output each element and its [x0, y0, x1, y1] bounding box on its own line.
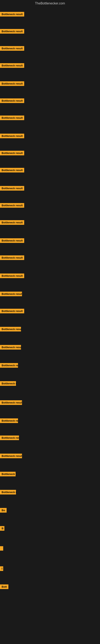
- bottleneck-badge: Bottleneck result: [0, 490, 16, 494]
- bottleneck-badge: Bottleneck result: [0, 381, 16, 386]
- bottleneck-item: Bottleneck result: [0, 327, 21, 332]
- bottleneck-badge: Bottleneck result: [0, 309, 24, 313]
- bottleneck-badge: Bottleneck result: [0, 418, 18, 423]
- bottleneck-item: Bottleneck result: [0, 274, 24, 279]
- bottleneck-badge: Bottleneck result: [0, 168, 24, 172]
- bottleneck-item: Bottleneck result: [0, 29, 24, 34]
- bottleneck-badge: Bottleneck result: [0, 46, 24, 51]
- bottleneck-item: Bottleneck result: [0, 238, 24, 244]
- bottleneck-badge: Bottleneck result: [0, 134, 24, 138]
- bottleneck-item: Bottleneck result: [0, 98, 24, 104]
- bottleneck-badge: I: [0, 566, 3, 571]
- bottleneck-item: Bottleneck result: [0, 345, 21, 350]
- bottleneck-badge: Bottleneck result: [0, 29, 24, 34]
- bottleneck-item: Bottleneck result: [0, 63, 24, 69]
- bottleneck-item: Bottleneck result: [0, 134, 24, 139]
- bottleneck-item: Bott: [0, 584, 8, 590]
- bottleneck-item: Bottleneck result: [0, 363, 18, 368]
- bottleneck-item: Bottleneck result: [0, 292, 22, 297]
- bottleneck-badge: Bottleneck result: [0, 345, 21, 350]
- bottleneck-item: Bottleneck result: [0, 186, 24, 192]
- bottleneck-badge: Bottleneck result: [0, 274, 24, 278]
- bottleneck-item: Bottleneck result: [0, 203, 24, 208]
- bottleneck-item: Bottleneck result: [0, 12, 24, 17]
- bottleneck-badge: Bottleneck result: [0, 363, 18, 368]
- bottleneck-badge: Bottleneck result: [0, 116, 24, 120]
- bottleneck-badge: [0, 546, 3, 550]
- site-title: TheBottlenecker.com: [0, 0, 100, 7]
- bottleneck-badge: Bottleneck result: [0, 256, 24, 260]
- bottleneck-item: Bottleneck result: [0, 81, 24, 87]
- bottleneck-item: Bottleneck result: [0, 454, 22, 459]
- bottleneck-badge: Bottleneck result: [0, 186, 24, 190]
- bottleneck-badge: Bottleneck result: [0, 436, 19, 440]
- bottleneck-badge: Bottleneck result: [0, 98, 24, 103]
- bottleneck-badge: Bottleneck result: [0, 454, 22, 458]
- bottleneck-item: Bottleneck result: [0, 400, 22, 406]
- bottleneck-badge: Bottleneck result: [0, 472, 16, 476]
- bottleneck-badge: Bottleneck result: [0, 220, 24, 225]
- bottleneck-badge: Bottleneck result: [0, 63, 24, 68]
- bottleneck-badge: Bottleneck result: [0, 400, 22, 405]
- bottleneck-badge: Bottleneck result: [0, 292, 22, 296]
- bottleneck-item: Bottleneck result: [0, 256, 24, 261]
- bottleneck-badge: Bo: [0, 508, 7, 512]
- bottleneck-badge: Bottleneck result: [0, 12, 24, 16]
- bottleneck-item: Bottleneck result: [0, 220, 24, 226]
- bottleneck-item: Bottleneck result: [0, 116, 24, 121]
- bottleneck-item: Bottleneck result: [0, 381, 16, 386]
- bottleneck-item: Bottleneck result: [0, 472, 16, 477]
- bottleneck-item: Bottleneck result: [0, 490, 16, 495]
- bottleneck-badge: Bottleneck result: [0, 203, 24, 208]
- bottleneck-badge: Bottleneck result: [0, 327, 21, 332]
- bottleneck-item: Bottleneck result: [0, 418, 18, 424]
- bottleneck-item: I: [0, 566, 3, 572]
- bottleneck-item: Bo: [0, 508, 7, 514]
- bottleneck-item: Bottleneck result: [0, 151, 24, 156]
- bottleneck-item: Bottleneck result: [0, 309, 24, 314]
- bottleneck-badge: Bott: [0, 584, 8, 589]
- bottleneck-item: [0, 546, 3, 552]
- bottleneck-item: B: [0, 526, 4, 532]
- bottleneck-badge: Bottleneck result: [0, 151, 24, 155]
- bottleneck-item: Bottleneck result: [0, 168, 24, 173]
- bottleneck-badge: Bottleneck result: [0, 238, 24, 243]
- bottleneck-badge: B: [0, 526, 4, 531]
- bottleneck-badge: Bottleneck result: [0, 81, 24, 86]
- bottleneck-item: Bottleneck result: [0, 436, 19, 441]
- bottleneck-item: Bottleneck result: [0, 46, 24, 52]
